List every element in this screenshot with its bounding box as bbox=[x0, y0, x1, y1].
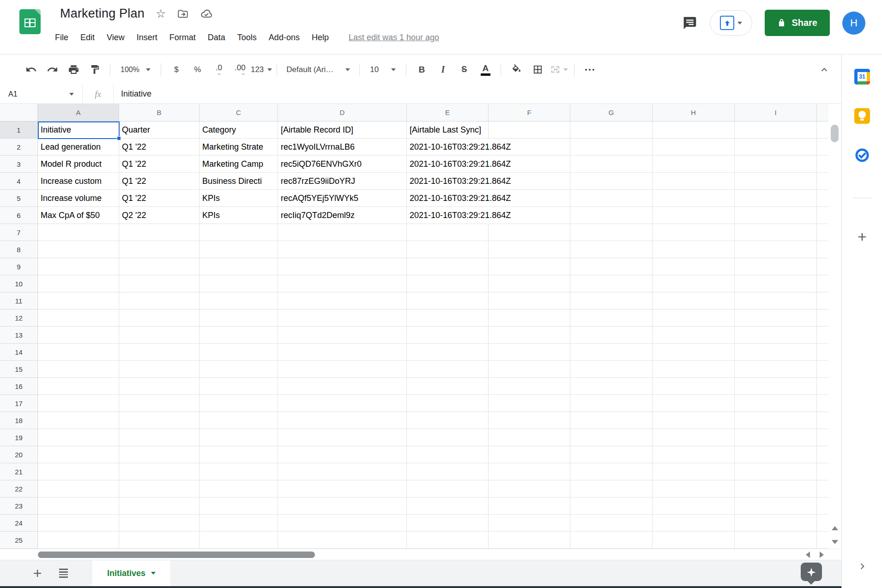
cell-A2[interactable]: Lead generation bbox=[38, 139, 119, 156]
cell-B23[interactable] bbox=[119, 497, 199, 515]
more-toolbar-button[interactable] bbox=[579, 60, 600, 79]
row-header-9[interactable]: 9 bbox=[0, 258, 38, 275]
cell-B16[interactable] bbox=[119, 378, 199, 395]
cell-B6[interactable]: Q2 '22 bbox=[119, 207, 199, 224]
cell-H24[interactable] bbox=[652, 515, 735, 532]
cell-C13[interactable] bbox=[199, 327, 278, 344]
cell-G4[interactable] bbox=[570, 173, 652, 190]
cell-B18[interactable] bbox=[119, 412, 199, 429]
undo-button[interactable] bbox=[20, 60, 42, 79]
italic-button[interactable]: I bbox=[432, 60, 453, 79]
cell-E5[interactable]: 2021-10-16T03:29:21.864Z bbox=[407, 190, 489, 207]
cell-G5[interactable] bbox=[570, 190, 652, 207]
cell-H3[interactable] bbox=[652, 156, 735, 173]
cell-D13[interactable] bbox=[278, 327, 407, 344]
cell-B17[interactable] bbox=[119, 395, 199, 412]
menu-file[interactable]: File bbox=[49, 31, 74, 44]
cell-A7[interactable] bbox=[38, 224, 119, 241]
cell-A5[interactable]: Increase volume bbox=[38, 190, 119, 207]
cell-F11[interactable] bbox=[489, 292, 570, 309]
column-header-A[interactable]: A bbox=[38, 104, 119, 121]
cell-A1[interactable]: Initiative bbox=[38, 121, 119, 139]
scroll-right-button[interactable] bbox=[815, 549, 828, 560]
cell-B12[interactable] bbox=[119, 309, 199, 327]
cell-A13[interactable] bbox=[38, 327, 119, 344]
cell-I24[interactable] bbox=[735, 515, 817, 532]
cell-F17[interactable] bbox=[489, 395, 570, 412]
cell-F10[interactable] bbox=[489, 275, 570, 292]
cell-A22[interactable] bbox=[38, 480, 119, 497]
row-header-1[interactable]: 1 bbox=[0, 121, 38, 139]
cell-H14[interactable] bbox=[652, 344, 735, 361]
cell-F21[interactable] bbox=[489, 463, 570, 480]
cell-D14[interactable] bbox=[278, 344, 407, 361]
cell-G20[interactable] bbox=[570, 446, 652, 463]
cell-D8[interactable] bbox=[278, 241, 407, 258]
cell-A8[interactable] bbox=[38, 241, 119, 258]
column-header-C[interactable]: C bbox=[199, 104, 278, 121]
cell-F13[interactable] bbox=[489, 327, 570, 344]
cell-H6[interactable] bbox=[652, 207, 735, 224]
cell-F25[interactable] bbox=[489, 532, 570, 549]
column-header-G[interactable]: G bbox=[570, 104, 652, 121]
cell-G22[interactable] bbox=[570, 480, 652, 497]
cell-D20[interactable] bbox=[278, 446, 407, 463]
cell-F15[interactable] bbox=[489, 361, 570, 378]
row-header-21[interactable]: 21 bbox=[0, 463, 38, 480]
cell-D15[interactable] bbox=[278, 361, 407, 378]
cell-G15[interactable] bbox=[570, 361, 652, 378]
cell-B14[interactable] bbox=[119, 344, 199, 361]
row-header-25[interactable]: 25 bbox=[0, 532, 38, 549]
cell-E3[interactable]: 2021-10-16T03:29:21.864Z bbox=[407, 156, 489, 173]
calendar-icon[interactable]: 31 bbox=[854, 69, 870, 85]
move-to-folder-icon[interactable] bbox=[177, 8, 189, 20]
cell-H11[interactable] bbox=[652, 292, 735, 309]
cell-C21[interactable] bbox=[199, 463, 278, 480]
cell-D3[interactable]: rec5iQD76ENVhGXr0 bbox=[278, 156, 407, 173]
cell-B15[interactable] bbox=[119, 361, 199, 378]
row-header-8[interactable]: 8 bbox=[0, 241, 38, 258]
vertical-scrollbar-thumb[interactable] bbox=[831, 125, 839, 142]
cell-I21[interactable] bbox=[735, 463, 817, 480]
cell-H10[interactable] bbox=[652, 275, 735, 292]
cell-C5[interactable]: KPIs bbox=[199, 190, 278, 207]
cell-H13[interactable] bbox=[652, 327, 735, 344]
cell-A15[interactable] bbox=[38, 361, 119, 378]
cell-D2[interactable]: rec1WyoILVrrnaLB6 bbox=[278, 139, 407, 156]
bold-button[interactable]: B bbox=[411, 60, 432, 79]
print-button[interactable] bbox=[63, 60, 84, 79]
cell-G3[interactable] bbox=[570, 156, 652, 173]
account-avatar[interactable]: H bbox=[842, 12, 865, 35]
cell-I12[interactable] bbox=[735, 309, 817, 327]
document-title[interactable]: Marketing Plan bbox=[60, 6, 145, 21]
cell-E12[interactable] bbox=[407, 309, 489, 327]
row-header-16[interactable]: 16 bbox=[0, 378, 38, 395]
cell-E2[interactable]: 2021-10-16T03:29:21.864Z bbox=[407, 139, 489, 156]
cell-B21[interactable] bbox=[119, 463, 199, 480]
cell-G12[interactable] bbox=[570, 309, 652, 327]
cell-F9[interactable] bbox=[489, 258, 570, 275]
cell-F12[interactable] bbox=[489, 309, 570, 327]
cell-I14[interactable] bbox=[735, 344, 817, 361]
row-header-7[interactable]: 7 bbox=[0, 224, 38, 241]
cell-D4[interactable]: rec87rzEG9iiDoYRJ bbox=[278, 173, 407, 190]
cell-B1[interactable]: Quarter bbox=[119, 121, 199, 139]
cell-D6[interactable]: recIiq7QTd2Deml9z bbox=[278, 207, 407, 224]
scroll-left-button[interactable] bbox=[801, 549, 815, 560]
cell-I13[interactable] bbox=[735, 327, 817, 344]
select-all-corner[interactable] bbox=[0, 104, 38, 121]
cell-D23[interactable] bbox=[278, 497, 407, 515]
cell-D10[interactable] bbox=[278, 275, 407, 292]
name-box[interactable]: A1 bbox=[0, 85, 82, 103]
menu-addons[interactable]: Add-ons bbox=[263, 31, 306, 44]
vertical-scrollbar[interactable] bbox=[828, 104, 841, 549]
cell-C25[interactable] bbox=[199, 532, 278, 549]
cell-B24[interactable] bbox=[119, 515, 199, 532]
hide-side-panel-button[interactable] bbox=[854, 558, 870, 575]
cell-I23[interactable] bbox=[735, 497, 817, 515]
cell-G8[interactable] bbox=[570, 241, 652, 258]
row-header-3[interactable]: 3 bbox=[0, 156, 38, 173]
row-header-24[interactable]: 24 bbox=[0, 515, 38, 532]
cell-I17[interactable] bbox=[735, 395, 817, 412]
cell-D9[interactable] bbox=[278, 258, 407, 275]
